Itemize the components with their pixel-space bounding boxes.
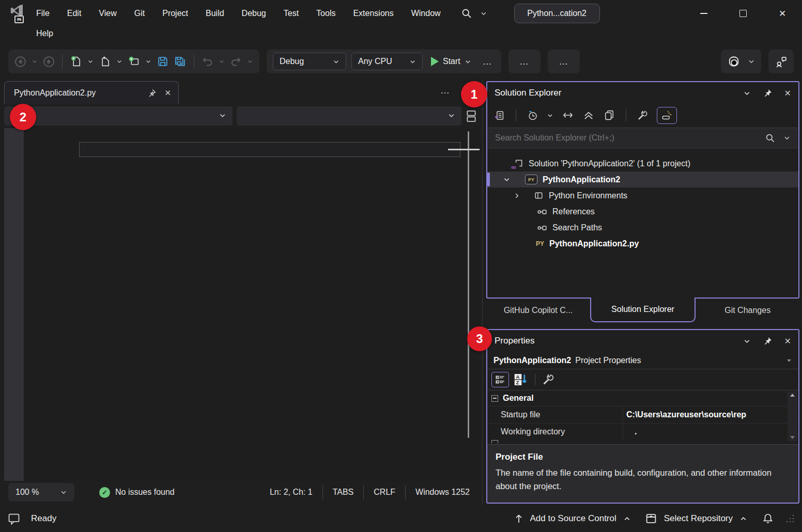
repository-icon[interactable]	[645, 512, 657, 525]
save-all-button[interactable]	[174, 55, 187, 68]
member-navigation-dropdown[interactable]	[237, 106, 461, 126]
zoom-level-dropdown[interactable]: 100 %	[8, 483, 74, 502]
tab-solution-explorer[interactable]: Solution Explorer	[590, 298, 696, 322]
push-up-arrow-icon[interactable]	[514, 513, 523, 524]
new-file-button[interactable]	[70, 55, 82, 68]
switch-views-icon[interactable]	[493, 109, 505, 121]
toolbar-overflow-button-1[interactable]: …	[508, 50, 541, 73]
maximize-button[interactable]	[723, 0, 763, 27]
indent-mode-indicator[interactable]: TABS	[323, 488, 364, 497]
split-window-icon[interactable]	[465, 109, 478, 123]
minimize-button[interactable]	[684, 0, 723, 27]
tree-item-python-environments[interactable]: Python Environments	[487, 187, 798, 204]
navigate-back-chevron-icon[interactable]	[32, 58, 38, 65]
close-window-button[interactable]: ✕	[763, 0, 802, 27]
redo-chevron-icon[interactable]	[247, 58, 253, 65]
search-input[interactable]	[495, 133, 757, 143]
menu-project[interactable]: Project	[162, 9, 188, 18]
tree-item-references[interactable]: References	[487, 204, 798, 220]
window-options-chevron-icon[interactable]	[743, 337, 751, 345]
add-item-button[interactable]	[128, 55, 140, 68]
source-control-chevron-up-icon[interactable]	[623, 515, 631, 523]
open-file-button[interactable]	[99, 55, 111, 68]
menu-file[interactable]: File	[36, 9, 50, 18]
properties-wrench-icon[interactable]	[637, 109, 649, 121]
pending-changes-filter-icon[interactable]	[527, 109, 538, 121]
tree-item-project[interactable]: PY PythonApplication2	[487, 171, 798, 187]
close-tab-icon[interactable]: ✕	[164, 88, 171, 98]
github-copilot-icon[interactable]	[727, 55, 741, 68]
debug-toolbar-overflow-button[interactable]: …	[480, 56, 495, 67]
vertical-splitter[interactable]	[482, 80, 483, 505]
add-to-source-control-button[interactable]: Add to Source Control	[530, 513, 616, 524]
tree-item-python-file[interactable]: PY PythonApplication2.py	[487, 236, 798, 252]
line-ending-indicator[interactable]: CRLF	[364, 488, 405, 497]
copilot-chevron-icon[interactable]	[748, 58, 755, 65]
scroll-up-arrow-icon[interactable]	[790, 393, 795, 397]
menu-edit[interactable]: Edit	[67, 9, 82, 18]
show-all-files-toggle[interactable]	[657, 107, 677, 124]
project-navigation-dropdown[interactable]	[4, 106, 233, 126]
filter-chevron-icon[interactable]	[547, 112, 553, 119]
search-icon[interactable]	[461, 8, 472, 19]
tab-git-changes[interactable]: Git Changes	[696, 299, 799, 322]
properties-scrollbar[interactable]	[788, 392, 797, 441]
add-item-chevron-icon[interactable]	[145, 58, 151, 65]
document-options-button[interactable]: …	[440, 85, 450, 96]
property-value[interactable]: .	[623, 424, 798, 440]
property-row-working-directory[interactable]: Working directory .	[487, 423, 798, 440]
new-file-chevron-icon[interactable]	[87, 58, 94, 65]
categorized-view-button[interactable]	[491, 372, 509, 387]
menu-window[interactable]: Window	[411, 9, 441, 18]
menu-debug[interactable]: Debug	[242, 9, 266, 18]
tree-item-search-paths[interactable]: Search Paths	[487, 220, 798, 236]
repository-chevron-up-icon[interactable]	[739, 515, 747, 523]
properties-object-dropdown[interactable]: PythonApplication2 Project Properties	[487, 352, 798, 369]
property-value[interactable]: C:\Users\azureuser\source\rep	[623, 406, 798, 423]
window-title[interactable]: Python...cation2	[514, 4, 600, 23]
tab-github-copilot[interactable]: GitHub Copilot C...	[486, 299, 590, 322]
code-editor[interactable]	[4, 128, 480, 481]
solution-configuration-dropdown[interactable]: Debug	[273, 53, 346, 70]
toolbar-overflow-button-2[interactable]: …	[548, 50, 580, 73]
pin-tab-icon[interactable]	[147, 89, 156, 98]
menu-git[interactable]: Git	[134, 9, 145, 18]
line-column-indicator[interactable]: Ln: 2, Ch: 1	[260, 488, 322, 497]
search-options-chevron-icon[interactable]	[783, 134, 791, 142]
scroll-down-arrow-icon[interactable]	[790, 435, 795, 440]
category-row-general[interactable]: General	[487, 390, 798, 406]
pin-window-icon[interactable]	[763, 89, 772, 98]
property-row-startup-file[interactable]: Startup file C:\Users\azureuser\source\r…	[487, 406, 798, 423]
menu-tools[interactable]: Tools	[316, 9, 335, 18]
menu-help[interactable]: Help	[36, 29, 53, 38]
property-pages-wrench-button[interactable]	[542, 373, 555, 386]
solution-explorer-search-box[interactable]	[488, 128, 798, 148]
open-file-chevron-icon[interactable]	[116, 58, 122, 65]
vertical-scrollbar[interactable]	[468, 131, 469, 438]
notifications-bell-icon[interactable]	[762, 513, 774, 524]
expander-chevron-down-icon[interactable]	[503, 176, 511, 183]
select-repository-button[interactable]: Select Repository	[664, 513, 733, 524]
resize-grip[interactable]	[785, 514, 795, 523]
navigate-back-button[interactable]	[14, 56, 26, 68]
solution-platform-dropdown[interactable]: Any CPU	[351, 53, 423, 70]
search-dropdown-chevron-icon[interactable]	[480, 10, 487, 17]
sync-with-active-document-icon[interactable]	[562, 109, 574, 121]
live-share-icon[interactable]	[775, 55, 788, 68]
save-button[interactable]	[157, 55, 169, 68]
preview-selected-items-icon[interactable]	[603, 109, 615, 121]
redo-button[interactable]	[230, 56, 242, 68]
encoding-indicator[interactable]: Windows 1252	[406, 488, 480, 497]
menu-extensions[interactable]: Extensions	[353, 9, 393, 18]
window-options-chevron-icon[interactable]	[743, 89, 751, 97]
start-options-chevron-icon[interactable]	[465, 58, 471, 65]
alphabetical-view-button[interactable]: AZ	[513, 372, 529, 387]
collapse-category-icon[interactable]	[491, 395, 498, 402]
menu-build[interactable]: Build	[206, 9, 224, 18]
navigate-forward-button[interactable]	[43, 56, 55, 68]
menu-view[interactable]: View	[99, 9, 116, 18]
menu-test[interactable]: Test	[284, 9, 299, 18]
start-debugging-button[interactable]: Start	[428, 57, 474, 66]
pin-window-icon[interactable]	[763, 337, 772, 346]
close-window-icon[interactable]: ✕	[784, 88, 791, 98]
